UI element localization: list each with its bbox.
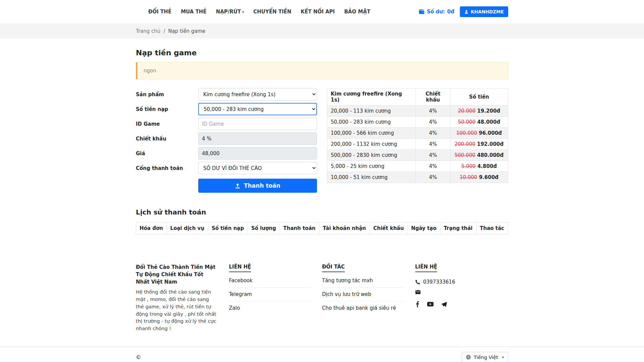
amount-select[interactable]: 50,000 - 283 kim cương <box>198 103 317 115</box>
nav-link[interactable]: CHUYỂN TIỀN <box>250 6 295 17</box>
breadcrumb-home-link[interactable]: Trang chủ <box>136 28 160 34</box>
footer-contact-heading: LIÊN HỆ <box>229 264 251 272</box>
footer-contact-link[interactable]: Facebook <box>229 274 311 288</box>
price-label: Giá <box>136 150 198 157</box>
youtube-icon <box>427 302 434 307</box>
nav-link[interactable]: ĐỔI THẺ <box>145 6 175 17</box>
wallet-icon <box>419 9 425 15</box>
footer-contact-link[interactable]: Zalo <box>229 301 311 315</box>
gateway-label: Cổng thanh toán <box>136 165 198 171</box>
user-icon <box>464 10 469 14</box>
upload-icon <box>235 183 240 189</box>
envelope-icon <box>415 290 421 294</box>
discount-field <box>198 132 317 145</box>
language-label: Tiếng Việt <box>474 355 498 360</box>
footer: Đổi Thẻ Cào Thành Tiền Mặt Tự Động Chiết… <box>0 254 644 362</box>
old-price: 20.000 <box>458 108 476 114</box>
pack-name: 20,000 - 113 kim cương <box>327 106 416 117</box>
balance-link[interactable]: Số dư: 0đ <box>419 9 454 15</box>
history-col-header: Thanh toán <box>280 223 319 234</box>
breadcrumb-separator: / <box>163 28 165 34</box>
globe-icon <box>466 355 471 360</box>
history-table: Hóa đơnLoại dịch vụSố tiền nạpSố lượngTh… <box>136 222 508 234</box>
pack-price: 20.00019.200đ <box>450 106 508 117</box>
old-price: 100.000 <box>456 130 477 136</box>
old-price: 10.000 <box>460 174 477 180</box>
pack-name: 500,000 - 2830 kim cương <box>327 150 416 161</box>
history-col-header: Số tiền nạp <box>208 223 248 234</box>
nav-link[interactable]: MUA THẺ <box>177 6 210 17</box>
nav-link[interactable]: KẾT NỐI API <box>297 6 339 17</box>
topup-form: Sản phẩm Kim cương freefire (Xong 1s) Số… <box>136 88 317 193</box>
footer-contact2-heading: LIÊN HỆ <box>415 264 437 272</box>
table-row[interactable]: 20,000 - 113 kim cương 4% 20.00019.200đ <box>327 106 508 117</box>
pack-price: 500.000480.000đ <box>450 150 508 161</box>
new-price: 48.000đ <box>477 119 500 125</box>
footer-partner-column: ĐỐI TÁC Tăng tương tác mxhDịch vụ lưu tr… <box>322 264 415 333</box>
email-link[interactable] <box>415 290 497 294</box>
pack-name: 10,000 - 51 kim cương <box>327 172 416 183</box>
footer-about-text: Hệ thống đổi thẻ cào sang tiền mặt , mom… <box>136 289 218 333</box>
pack-price: 10.0009.600đ <box>450 172 508 183</box>
copyright: © <box>136 354 141 360</box>
footer-partner-link[interactable]: Dịch vụ lưu trữ web <box>322 288 404 301</box>
pay-button[interactable]: Thanh toán <box>198 179 317 193</box>
pack-discount: 4% <box>416 106 450 117</box>
footer-about-column: Đổi Thẻ Cào Thành Tiền Mặt Tự Động Chiết… <box>136 264 229 333</box>
new-price: 96.000đ <box>479 130 502 136</box>
table-row[interactable]: 500,000 - 2830 kim cương 4% 500.000480.0… <box>327 150 508 161</box>
table-row[interactable]: 5,000 - 25 kim cương 4% 5.0004.800đ <box>327 161 508 172</box>
history-title: Lịch sử thanh toán <box>136 208 508 216</box>
new-price: 192.000đ <box>477 141 503 147</box>
chevron-down-icon: ▾ <box>242 10 244 14</box>
balance-label: Số dư: <box>427 9 445 15</box>
youtube-link[interactable] <box>427 302 434 307</box>
nav-link[interactable]: BẢO MẬT <box>340 6 374 17</box>
pack-price: 100.00096.000đ <box>450 128 508 139</box>
pack-discount: 4% <box>416 172 450 183</box>
footer-partner-link[interactable]: Cho thuê api bank giá siêu rẻ <box>322 301 404 315</box>
pack-discount: 4% <box>416 161 450 172</box>
table-row[interactable]: 10,000 - 51 kim cương 4% 10.0009.600đ <box>327 172 508 183</box>
telegram-link[interactable] <box>441 302 447 307</box>
table-row[interactable]: 50,000 - 283 kim cương 4% 50.00048.000đ <box>327 117 508 128</box>
price-table: Kim cương freefire (Xong 1s) Chiết khấu … <box>327 88 508 183</box>
phone-link[interactable]: 0397333616 <box>415 279 497 285</box>
old-price: 50.000 <box>458 119 476 125</box>
footer-contact-column: LIÊN HỆ FacebookTelegramZalo <box>229 264 322 333</box>
nav-link[interactable]: NẠP/RÚT▾ <box>212 6 248 17</box>
table-row[interactable]: 100,000 - 566 kim cương 4% 100.00096.000… <box>327 128 508 139</box>
price-field <box>198 147 317 160</box>
old-price: 5.000 <box>461 163 476 169</box>
navbar: ĐỔI THẺMUA THẺNẠP/RÚT▾CHUYỂN TIỀNKẾT NỐI… <box>0 0 644 23</box>
new-price: 480.000đ <box>477 152 503 158</box>
pack-name: 100,000 - 566 kim cương <box>327 128 416 139</box>
product-label: Sản phẩm <box>136 92 198 98</box>
game-id-input[interactable] <box>198 118 317 130</box>
telegram-icon <box>441 302 447 307</box>
facebook-link[interactable] <box>415 301 420 307</box>
history-col-header: Ngày tạo <box>408 223 440 234</box>
bottom-bar: © Tiếng Việt ▾ <box>0 347 644 362</box>
new-price: 19.200đ <box>477 108 500 114</box>
footer-partner-heading: ĐỐI TÁC <box>322 264 345 272</box>
pack-name: 50,000 - 283 kim cương <box>327 117 416 128</box>
history-col-header: Số lượng <box>248 223 280 234</box>
product-select[interactable]: Kim cương freefire (Xong 1s) <box>198 88 317 101</box>
footer-partner-link[interactable]: Tăng tương tác mxh <box>322 274 404 288</box>
pay-button-label: Thanh toán <box>244 182 280 189</box>
gateway-select[interactable]: SỐ DƯ VÍ ĐỔI THẺ CÀO <box>198 162 317 174</box>
footer-contact-link[interactable]: Telegram <box>229 288 311 301</box>
table-row[interactable]: 200,000 - 1132 kim cương 4% 200.000192.0… <box>327 139 508 150</box>
phone-number: 0397333616 <box>423 279 455 285</box>
caret-down-icon: ▾ <box>502 355 504 359</box>
history-col-header: Tài khoản nhận <box>319 223 370 234</box>
facebook-icon <box>415 301 420 307</box>
phone-icon <box>415 280 420 285</box>
price-col-product: Kim cương freefire (Xong 1s) <box>327 88 416 106</box>
nav-link-label: KẾT NỐI API <box>301 9 335 15</box>
price-col-amount: Số tiền <box>450 88 508 106</box>
language-selector[interactable]: Tiếng Việt ▾ <box>462 352 508 362</box>
user-account-button[interactable]: KHANHDZME <box>460 6 508 17</box>
new-price: 4.800đ <box>477 163 497 169</box>
